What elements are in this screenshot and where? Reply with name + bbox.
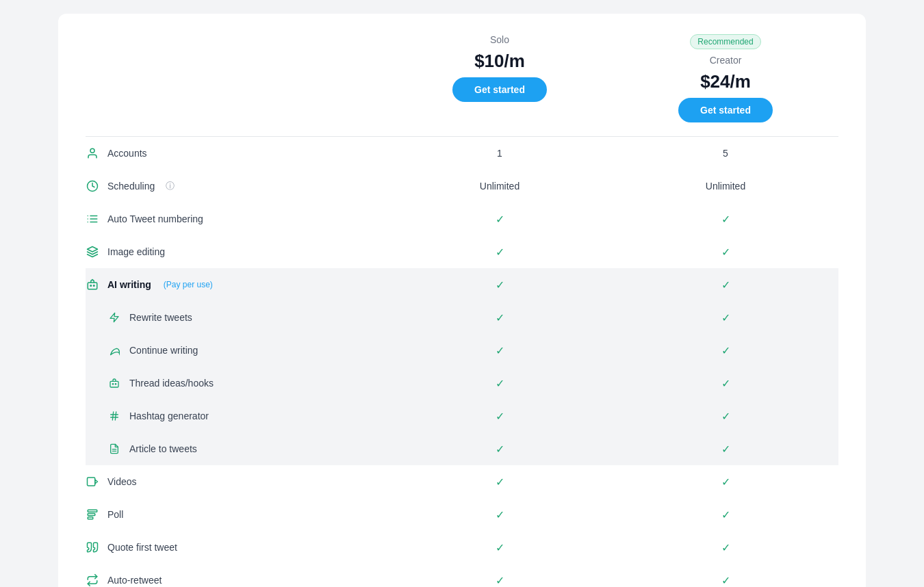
auto-tweet-solo-check: ✓ [387,203,613,235]
creator-get-started-button[interactable]: Get started [678,98,773,122]
check-icon: ✓ [721,475,730,488]
check-icon: ✓ [721,377,730,390]
leaf-icon [107,345,121,356]
check-icon: ✓ [721,410,730,423]
retweet-icon [86,574,99,586]
auto-retweet-creator-check: ✓ [613,564,838,587]
quote-first-tweet-creator-check: ✓ [613,531,838,564]
ai-writing-label: AI writing (Pay per use) [86,272,387,298]
poll-text: Poll [107,509,123,520]
feature-row-rewrite-tweets: Rewrite tweets ✓ ✓ [86,301,838,334]
poll-label: Poll [86,501,387,527]
diamond-icon [86,246,99,258]
image-editing-label: Image editing [86,239,387,265]
pricing-header: Solo $10/m Get started Recommended Creat… [86,34,838,122]
check-icon: ✓ [496,410,504,423]
check-icon: ✓ [721,541,730,554]
rewrite-tweets-text: Rewrite tweets [129,312,192,323]
feature-row-ai-writing: AI writing (Pay per use) ✓ ✓ [86,268,838,301]
feature-row-scheduling: Scheduling ⓘ Unlimited Unlimited [86,170,838,203]
person-icon [86,147,99,159]
robot-small-icon [107,378,121,389]
poll-icon [86,508,99,521]
accounts-label: Accounts [86,140,387,166]
solo-plan-price: $10/m [474,51,525,72]
feature-row-accounts: Accounts 1 5 [86,137,838,170]
accounts-solo-value: 1 [387,137,613,170]
svg-line-19 [115,412,116,420]
feature-row-videos: Videos ✓ ✓ [86,465,838,498]
article-creator-check: ✓ [613,432,838,465]
check-icon: ✓ [496,541,504,554]
feature-row-poll: Poll ✓ ✓ [86,498,838,531]
quote-first-tweet-solo-check: ✓ [387,531,613,564]
svg-point-10 [94,285,95,287]
check-icon: ✓ [721,213,730,226]
creator-plan-col: Recommended Creator $24/m Get started [613,34,838,122]
poll-solo-check: ✓ [387,498,613,531]
continue-writing-solo-check: ✓ [387,334,613,367]
videos-creator-check: ✓ [613,465,838,498]
scheduling-creator-value: Unlimited [613,170,838,203]
feature-row-continue-writing: Continue writing ✓ ✓ [86,334,838,367]
list-numbered-icon [86,213,99,225]
quote-first-tweet-text: Quote first tweet [107,542,177,553]
check-icon: ✓ [496,508,504,521]
ai-writing-creator-check: ✓ [613,268,838,301]
check-icon: ✓ [721,311,730,324]
check-icon: ✓ [721,246,730,259]
robot-icon [86,278,99,291]
quote-first-tweet-label: Quote first tweet [86,534,387,560]
article-solo-check: ✓ [387,432,613,465]
continue-writing-creator-check: ✓ [613,334,838,367]
quote-icon [86,541,99,553]
accounts-creator-value: 5 [613,137,838,170]
solo-plan-name: Solo [490,34,509,45]
continue-writing-label: Continue writing [86,338,387,363]
accounts-text: Accounts [107,148,147,159]
rewrite-tweets-label: Rewrite tweets [86,305,387,330]
auto-retweet-label: Auto-retweet [86,567,387,587]
rewrite-tweets-creator-check: ✓ [613,301,838,334]
auto-tweet-creator-check: ✓ [613,203,838,235]
svg-rect-13 [110,381,118,387]
check-icon: ✓ [496,475,504,488]
svg-rect-25 [88,517,93,519]
feature-row-image-editing: Image editing ✓ ✓ [86,235,838,268]
check-icon: ✓ [721,508,730,521]
scheduling-info-icon[interactable]: ⓘ [166,180,175,192]
auto-tweet-text: Auto Tweet numbering [107,213,203,224]
pricing-container: Solo $10/m Get started Recommended Creat… [58,14,866,587]
scheduling-solo-value: Unlimited [387,170,613,203]
ai-writing-solo-check: ✓ [387,268,613,301]
image-editing-solo-check: ✓ [387,235,613,268]
check-icon: ✓ [496,246,504,259]
article-label: Article to tweets [86,436,387,461]
recommended-badge: Recommended [690,34,760,49]
videos-text: Videos [107,476,137,487]
thread-ideas-creator-check: ✓ [613,367,838,400]
check-icon: ✓ [496,278,504,291]
rewrite-tweets-solo-check: ✓ [387,301,613,334]
check-icon: ✓ [721,344,730,357]
thread-ideas-text: Thread ideas/hooks [129,378,214,389]
pay-per-use-text: (Pay per use) [164,280,213,289]
solo-plan-col: Solo $10/m Get started [387,34,613,122]
check-icon: ✓ [496,344,504,357]
creator-plan-price: $24/m [700,71,751,92]
bolt-icon [107,312,121,323]
scheduling-label: Scheduling ⓘ [86,173,387,199]
check-icon: ✓ [496,377,504,390]
solo-get-started-button[interactable]: Get started [452,77,547,102]
thread-ideas-label: Thread ideas/hooks [86,371,387,395]
creator-plan-name: Creator [710,55,742,66]
svg-rect-24 [88,514,95,516]
ai-writing-text: AI writing [107,279,151,290]
image-editing-creator-check: ✓ [613,235,838,268]
feature-row-auto-retweet: Auto-retweet ✓ ✓ [86,564,838,587]
poll-creator-check: ✓ [613,498,838,531]
check-icon: ✓ [496,574,504,587]
feature-row-thread-ideas: Thread ideas/hooks ✓ ✓ [86,367,838,400]
hashtag-creator-check: ✓ [613,400,838,432]
continue-writing-text: Continue writing [129,345,198,356]
